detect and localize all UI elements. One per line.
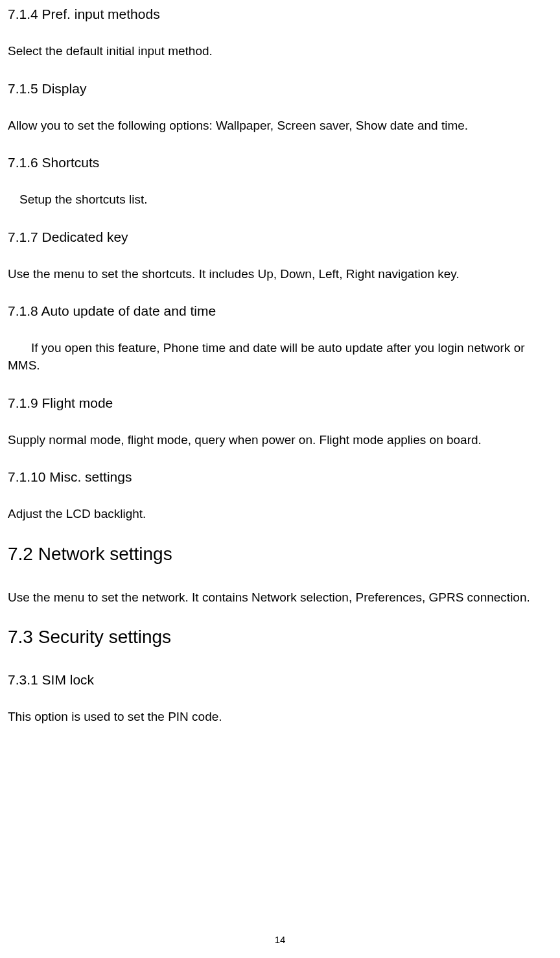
page-number: 14 [0,934,560,945]
body-misc-settings: Adjust the LCD backlight. [8,506,552,523]
heading-auto-update: 7.1.8 Auto update of date and time [8,303,552,319]
body-dedicated-key: Use the menu to set the shortcuts. It in… [8,266,552,283]
section-sim-lock: 7.3.1 SIM lock This option is used to se… [8,672,552,726]
heading-pref-input-methods: 7.1.4 Pref. input methods [8,6,552,22]
heading-sim-lock: 7.3.1 SIM lock [8,672,552,688]
heading-dedicated-key: 7.1.7 Dedicated key [8,229,552,245]
body-flight-mode: Supply normal mode, flight mode, query w… [8,432,552,449]
heading-flight-mode: 7.1.9 Flight mode [8,395,552,411]
section-flight-mode: 7.1.9 Flight mode Supply normal mode, fl… [8,395,552,449]
section-auto-update: 7.1.8 Auto update of date and time If yo… [8,303,552,374]
heading-security-settings: 7.3 Security settings [8,627,552,648]
section-security-settings: 7.3 Security settings [8,627,552,648]
section-pref-input-methods: 7.1.4 Pref. input methods Select the def… [8,6,552,60]
body-auto-update: If you open this feature, Phone time and… [8,340,552,374]
section-display: 7.1.5 Display Allow you to set the follo… [8,81,552,135]
body-pref-input-methods: Select the default initial input method. [8,43,552,60]
body-sim-lock: This option is used to set the PIN code. [8,708,552,726]
body-network-settings: Use the menu to set the network. It cont… [8,589,552,607]
heading-display: 7.1.5 Display [8,81,552,97]
section-network-settings: 7.2 Network settings Use the menu to set… [8,544,552,607]
heading-network-settings: 7.2 Network settings [8,544,552,565]
section-dedicated-key: 7.1.7 Dedicated key Use the menu to set … [8,229,552,283]
body-shortcuts: Setup the shortcuts list. [8,191,552,209]
section-misc-settings: 7.1.10 Misc. settings Adjust the LCD bac… [8,469,552,523]
body-display: Allow you to set the following options: … [8,117,552,135]
section-shortcuts: 7.1.6 Shortcuts Setup the shortcuts list… [8,155,552,209]
heading-shortcuts: 7.1.6 Shortcuts [8,155,552,170]
heading-misc-settings: 7.1.10 Misc. settings [8,469,552,485]
